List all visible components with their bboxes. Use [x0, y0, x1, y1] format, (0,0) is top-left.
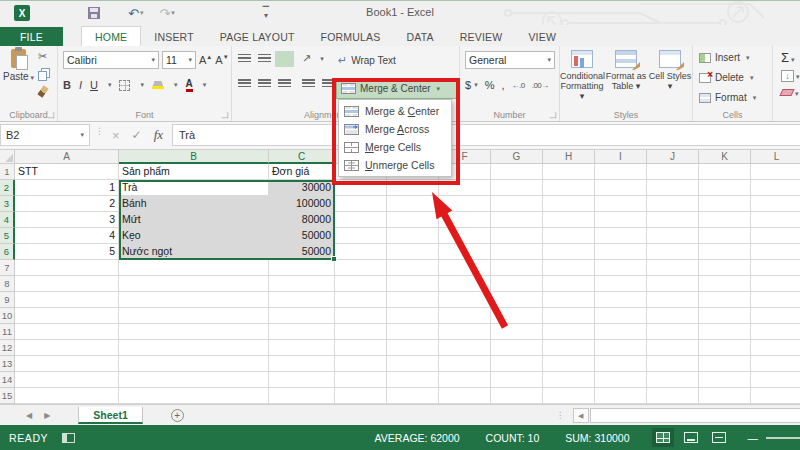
clipboard-dialog-launcher-icon[interactable]: [48, 112, 54, 118]
cell-B5[interactable]: Kẹo: [119, 228, 269, 244]
top-align-icon[interactable]: [238, 54, 251, 64]
cell-G7[interactable]: [491, 260, 543, 276]
format-button[interactable]: Format▾: [699, 92, 756, 103]
column-header-I[interactable]: I: [595, 150, 647, 164]
prev-sheet-icon[interactable]: ◀: [26, 411, 32, 420]
cell-F8[interactable]: [439, 276, 491, 292]
borders-dropdown-icon[interactable]: ▾: [140, 81, 144, 89]
cell-C10[interactable]: [269, 308, 335, 324]
align-right-icon[interactable]: [278, 79, 291, 89]
cell-F9[interactable]: [439, 292, 491, 308]
cell-A8[interactable]: [15, 276, 119, 292]
macro-record-icon[interactable]: [62, 433, 75, 443]
cell-L14[interactable]: [751, 372, 800, 388]
cell-G15[interactable]: [491, 388, 543, 404]
cell-I9[interactable]: [595, 292, 647, 308]
fill-button[interactable]: ↓▾: [781, 69, 800, 82]
column-header-A[interactable]: A: [15, 150, 119, 164]
cell-K14[interactable]: [699, 372, 751, 388]
cell-D10[interactable]: [335, 308, 387, 324]
cell-H4[interactable]: [543, 212, 595, 228]
cell-A14[interactable]: [15, 372, 119, 388]
cell-I12[interactable]: [595, 340, 647, 356]
cell-A4[interactable]: 3: [15, 212, 119, 228]
cell-K10[interactable]: [699, 308, 751, 324]
font-dialog-launcher-icon[interactable]: [222, 112, 228, 118]
row-header-12[interactable]: 12: [0, 340, 15, 356]
cell-I11[interactable]: [595, 324, 647, 340]
row-header-1[interactable]: 1: [0, 164, 15, 180]
cell-E5[interactable]: [387, 228, 439, 244]
decrease-decimal-icon[interactable]: .00→: [532, 81, 549, 90]
cell-E11[interactable]: [387, 324, 439, 340]
cell-I3[interactable]: [595, 196, 647, 212]
cell-H6[interactable]: [543, 244, 595, 260]
cell-G14[interactable]: [491, 372, 543, 388]
accounting-format-icon[interactable]: $: [465, 79, 471, 91]
cell-A6[interactable]: 5: [15, 244, 119, 260]
cell-J10[interactable]: [647, 308, 699, 324]
align-center-icon[interactable]: [258, 79, 271, 89]
cell-I5[interactable]: [595, 228, 647, 244]
cell-E10[interactable]: [387, 308, 439, 324]
cell-D12[interactable]: [335, 340, 387, 356]
cell-F14[interactable]: [439, 372, 491, 388]
cell-J15[interactable]: [647, 388, 699, 404]
cell-H9[interactable]: [543, 292, 595, 308]
format-painter-icon[interactable]: [37, 85, 48, 97]
cell-H14[interactable]: [543, 372, 595, 388]
cell-L2[interactable]: [751, 180, 800, 196]
cell-E8[interactable]: [387, 276, 439, 292]
cell-E13[interactable]: [387, 356, 439, 372]
cell-C11[interactable]: [269, 324, 335, 340]
cell-C9[interactable]: [269, 292, 335, 308]
cell-J1[interactable]: [647, 164, 699, 180]
column-header-G[interactable]: G: [491, 150, 543, 164]
cell-J12[interactable]: [647, 340, 699, 356]
cell-G5[interactable]: [491, 228, 543, 244]
cell-I14[interactable]: [595, 372, 647, 388]
column-header-L[interactable]: L: [751, 150, 800, 164]
horizontal-scrollbar[interactable]: [590, 408, 800, 423]
cell-E12[interactable]: [387, 340, 439, 356]
cell-A15[interactable]: [15, 388, 119, 404]
tab-data[interactable]: DATA: [394, 27, 447, 46]
cell-C5[interactable]: 50000: [269, 228, 335, 244]
cell-G6[interactable]: [491, 244, 543, 260]
tab-home[interactable]: HOME: [81, 26, 141, 46]
cell-I10[interactable]: [595, 308, 647, 324]
cell-D3[interactable]: [335, 196, 387, 212]
cell-K7[interactable]: [699, 260, 751, 276]
page-break-view-icon[interactable]: [712, 432, 726, 443]
cell-J3[interactable]: [647, 196, 699, 212]
row-header-11[interactable]: 11: [0, 324, 15, 340]
cell-G1[interactable]: [491, 164, 543, 180]
align-left-icon[interactable]: [238, 79, 251, 89]
cell-A2[interactable]: 1: [15, 180, 119, 196]
cell-L7[interactable]: [751, 260, 800, 276]
cell-K6[interactable]: [699, 244, 751, 260]
increase-indent-icon[interactable]: [322, 79, 335, 89]
cell-D9[interactable]: [335, 292, 387, 308]
cell-L15[interactable]: [751, 388, 800, 404]
percent-style-icon[interactable]: %: [485, 79, 495, 91]
paste-dropdown-icon[interactable]: ▾: [31, 74, 35, 81]
tab-file[interactable]: FILE: [0, 27, 63, 46]
underline-dropdown-icon[interactable]: ▾: [108, 81, 112, 89]
tab-formulas[interactable]: FORMULAS: [308, 27, 394, 46]
cell-J7[interactable]: [647, 260, 699, 276]
formula-input[interactable]: Trà: [172, 124, 800, 146]
orientation-icon[interactable]: ↗: [302, 52, 311, 65]
cell-C7[interactable]: [269, 260, 335, 276]
cell-A7[interactable]: [15, 260, 119, 276]
cell-H13[interactable]: [543, 356, 595, 372]
name-box[interactable]: B2▾: [0, 124, 90, 146]
cell-E14[interactable]: [387, 372, 439, 388]
menu-item-merge-across[interactable]: Merge Across: [339, 120, 451, 138]
cell-K12[interactable]: [699, 340, 751, 356]
cell-J8[interactable]: [647, 276, 699, 292]
cell-B3[interactable]: Bánh: [119, 196, 269, 212]
cell-I13[interactable]: [595, 356, 647, 372]
cell-B14[interactable]: [119, 372, 269, 388]
new-sheet-icon[interactable]: +: [171, 409, 184, 422]
